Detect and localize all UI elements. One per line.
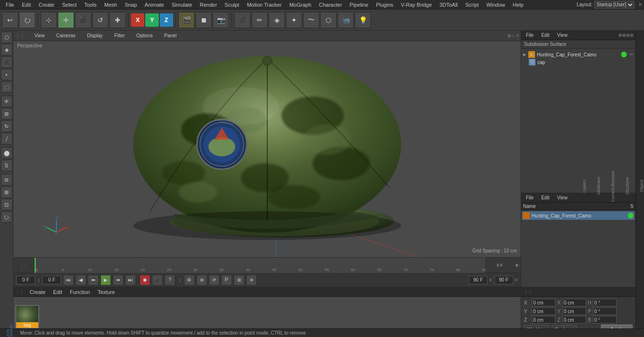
camera-btn[interactable]: 📹 bbox=[338, 12, 354, 28]
menu-help[interactable]: Help bbox=[509, 1, 528, 9]
viewport-tab-options[interactable]: Options bbox=[132, 32, 156, 39]
menu-render[interactable]: Render bbox=[196, 1, 221, 9]
viewport-tab-filter[interactable]: Filter bbox=[110, 32, 129, 39]
light-btn[interactable]: 💡 bbox=[355, 12, 371, 28]
mat-menu-texture[interactable]: Texture bbox=[94, 288, 119, 296]
key-btn[interactable]: ? bbox=[164, 275, 175, 285]
render-region-btn[interactable]: 📷 bbox=[213, 12, 229, 28]
sync-btn[interactable]: ⊞ bbox=[234, 275, 244, 285]
viewport-tab-cameras[interactable]: Cameras bbox=[53, 32, 80, 39]
side-tab-structure[interactable]: Structure bbox=[625, 177, 630, 195]
tree-item-cap[interactable]: ⬡ cap bbox=[529, 58, 633, 66]
move-l-btn[interactable]: ✛ bbox=[1, 96, 12, 107]
move-tool[interactable]: ✛ bbox=[58, 12, 74, 28]
timeline-scroll-right[interactable]: ▶ bbox=[514, 263, 521, 267]
right-view-tab[interactable]: View bbox=[554, 32, 570, 39]
coord-y-pos[interactable] bbox=[532, 307, 556, 315]
menu-sculpt[interactable]: Sculpt bbox=[221, 1, 243, 9]
mat-list-view-tab[interactable]: View bbox=[554, 194, 570, 201]
face-mode-btn[interactable]: ⬛ bbox=[1, 56, 12, 68]
record-btn[interactable]: ⏺ bbox=[140, 275, 150, 285]
coord-z-pos[interactable] bbox=[532, 316, 556, 324]
menu-snap[interactable]: Snap bbox=[121, 1, 141, 9]
play-btn[interactable]: ▶ bbox=[100, 275, 111, 285]
bend-btn[interactable]: ⭮ bbox=[1, 211, 12, 223]
undo-btn[interactable]: ↩ bbox=[2, 12, 18, 28]
render-view-btn[interactable]: 🎬 bbox=[178, 12, 195, 28]
menu-plugins[interactable]: Plugins bbox=[372, 1, 397, 9]
deformer-btn[interactable]: 〜 bbox=[303, 12, 319, 28]
edge-mode-btn[interactable]: ◈ bbox=[1, 44, 12, 55]
right-edit-tab[interactable]: Edit bbox=[538, 32, 552, 39]
auto-key-btn[interactable]: ⚫ bbox=[152, 275, 163, 285]
menu-tools[interactable]: Tools bbox=[80, 1, 100, 9]
coord-y2[interactable] bbox=[562, 307, 586, 315]
magnet-btn[interactable]: S bbox=[1, 160, 12, 171]
menu-mograph[interactable]: MoGraph bbox=[285, 1, 315, 9]
menu-window[interactable]: Window bbox=[482, 1, 509, 9]
tree-item-cap-forest[interactable]: ▶ L Hunting_Cap_Forest_Camo ✏ bbox=[523, 51, 633, 58]
mat-menu-edit[interactable]: Edit bbox=[49, 288, 66, 296]
render-btn[interactable]: ⏹ bbox=[196, 12, 212, 28]
side-tab-attributes[interactable]: Attributes bbox=[596, 177, 601, 195]
rotate-l-btn[interactable]: ↻ bbox=[1, 120, 12, 132]
coord-b[interactable] bbox=[593, 316, 617, 324]
menu-character[interactable]: Character bbox=[315, 1, 346, 9]
object-mode-btn[interactable]: ⬡ bbox=[1, 32, 12, 43]
fps-mode-btn[interactable]: ⚙ bbox=[184, 275, 195, 285]
menu-vray-bridge[interactable]: V-Ray Bridge bbox=[397, 1, 436, 9]
axis-y-btn[interactable]: Y bbox=[145, 13, 159, 27]
mirror-btn[interactable]: ⊡ bbox=[1, 199, 12, 210]
coord-z2[interactable] bbox=[562, 316, 586, 324]
viewport[interactable]: X Y Z bbox=[13, 41, 521, 257]
mat-list-edit-tab[interactable]: Edit bbox=[538, 194, 552, 201]
menu-script[interactable]: Script bbox=[461, 1, 482, 9]
nurbs-btn[interactable]: ◈ bbox=[269, 12, 285, 28]
side-tab-object[interactable]: Object bbox=[639, 180, 644, 192]
mat-menu-function[interactable]: Function bbox=[66, 288, 94, 296]
selection-tool[interactable]: ⊹ bbox=[41, 12, 57, 28]
axis-x-btn[interactable]: X bbox=[131, 13, 144, 27]
frame-input-current[interactable] bbox=[16, 276, 35, 284]
menu-simulate[interactable]: Simulate bbox=[168, 1, 196, 9]
menu-edit[interactable]: Edit bbox=[18, 1, 35, 9]
redo-btn[interactable]: ⭮ bbox=[19, 12, 35, 28]
new-object-btn[interactable]: ✚ bbox=[109, 12, 126, 28]
menu-3dtoall[interactable]: 3DToAll bbox=[436, 1, 461, 9]
menu-mesh[interactable]: Mesh bbox=[100, 1, 121, 9]
menu-pipeline[interactable]: Pipeline bbox=[346, 1, 372, 9]
frame-range-start[interactable] bbox=[469, 276, 488, 284]
side-tab-layers[interactable]: Layers bbox=[582, 180, 587, 193]
menu-create[interactable]: Create bbox=[35, 1, 58, 9]
side-tab-browser[interactable]: Current Browser bbox=[611, 171, 615, 202]
axis-z-btn[interactable]: Z bbox=[160, 13, 173, 27]
viewport-tab-panel[interactable]: Panel bbox=[161, 32, 181, 39]
select-all-btn[interactable]: ⬚ bbox=[1, 81, 12, 93]
motion-blur-btn[interactable]: ≋ bbox=[246, 275, 257, 285]
menu-select[interactable]: Select bbox=[58, 1, 81, 9]
cube-btn[interactable]: ⬛ bbox=[234, 12, 251, 28]
layout-select[interactable]: Startup [User] bbox=[594, 1, 634, 9]
step-back-btn[interactable]: ⬅ bbox=[88, 275, 98, 285]
scale-l-btn[interactable]: ⊞ bbox=[1, 108, 12, 120]
timeline-track[interactable]: 0 5 10 15 20 25 30 35 40 45 50 55 60 65 … bbox=[34, 258, 485, 273]
goto-end-btn[interactable]: ⏭ bbox=[125, 275, 136, 285]
draw-btn[interactable]: ✏ bbox=[251, 12, 268, 28]
coord-p[interactable] bbox=[593, 307, 617, 315]
step-forward-btn[interactable]: ➡ bbox=[113, 275, 123, 285]
loop-btn[interactable]: ⟳ bbox=[209, 275, 219, 285]
viewport-tab-display[interactable]: Display bbox=[83, 32, 107, 39]
scale-tool[interactable]: ⬛ bbox=[75, 12, 91, 28]
mat-menu-create[interactable]: Create bbox=[26, 288, 49, 296]
menu-animate[interactable]: Animate bbox=[141, 1, 168, 9]
right-file-tab[interactable]: File bbox=[523, 32, 536, 39]
coord-h[interactable] bbox=[593, 299, 617, 306]
viewport-tab-view[interactable]: View bbox=[31, 32, 49, 39]
material-list-item[interactable]: Hunting_Cap_Forest_Camo bbox=[522, 211, 634, 220]
cloner-btn[interactable]: ✦ bbox=[286, 12, 302, 28]
rotate-tool[interactable]: ↺ bbox=[92, 12, 109, 28]
coord-x2[interactable] bbox=[562, 299, 586, 306]
menu-motion-tracker[interactable]: Motion Tracker bbox=[243, 1, 285, 9]
menu-file[interactable]: File bbox=[2, 1, 18, 9]
brush-btn[interactable]: ⬤ bbox=[1, 147, 12, 159]
